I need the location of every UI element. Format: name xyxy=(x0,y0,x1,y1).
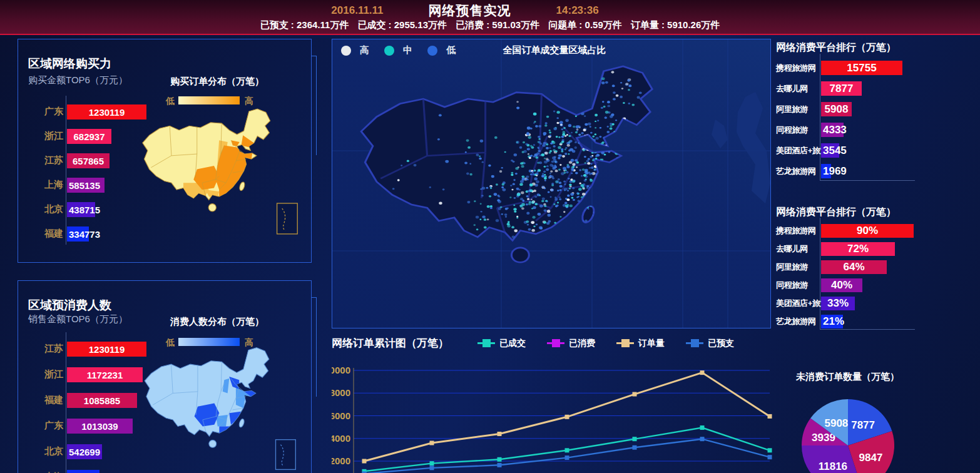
bar-segment: 657865 xyxy=(67,153,110,168)
bar-value: 334773 xyxy=(69,228,100,239)
pie-chart: 787798471181639395908 xyxy=(802,399,894,473)
legend-marker xyxy=(477,339,495,347)
bar-category-label: 江苏 xyxy=(27,343,63,355)
pie-slice-label: 9847 xyxy=(859,452,883,464)
legend-item-订单量[interactable]: 订单量 xyxy=(616,338,665,349)
bar-value: 438715 xyxy=(69,204,100,215)
panel-regional-preconsumers: 区域预消费人数 销售金额TOP6（万元） 江苏1230119浙江1172231福… xyxy=(18,280,312,473)
bar-value: 657865 xyxy=(73,155,104,166)
bar-category-label: 福建 xyxy=(27,228,63,240)
bar-segment: 1230119 xyxy=(67,104,146,120)
rank-percent-title: 网络消费平台排行（万笔） xyxy=(776,206,926,219)
bar-segment: 21% xyxy=(821,315,843,328)
bar-value: 4333 xyxy=(823,124,847,136)
legend-marker xyxy=(686,339,703,347)
bar-value: 90% xyxy=(857,225,878,237)
national-scatter-map xyxy=(332,39,770,328)
bar-category-label: 去哪儿网 xyxy=(776,83,817,94)
rank-volume-title: 网络消费平台排行（万笔） xyxy=(776,41,926,54)
page-title: 网络预售实况 xyxy=(429,2,511,19)
chart-subtitle: 购买金额TOP6（万元） xyxy=(28,74,128,86)
map-legend-title: 购买订单分布（万笔） xyxy=(161,76,273,88)
map-legend-title: 消费人数分布（万笔） xyxy=(161,316,273,328)
bar-value: 40% xyxy=(831,279,852,292)
bar-segment: 4333 xyxy=(821,123,844,137)
bar-category-label: 浙江 xyxy=(27,130,63,142)
series-point xyxy=(362,459,367,464)
legend-item-已成交[interactable]: 已成交 xyxy=(477,338,526,349)
line-chart-legend: 已成交已消费订单量已预支 xyxy=(477,338,734,349)
bar-category-label: 福建 xyxy=(27,394,63,406)
series-point xyxy=(700,437,705,441)
bar-row: 美团酒店+旅游3545 xyxy=(776,140,980,161)
bar-row: 同程旅游40% xyxy=(776,276,980,294)
bar-value: 682937 xyxy=(73,131,105,141)
bar-value: 72% xyxy=(847,243,869,255)
legend-item-已预支[interactable]: 已预支 xyxy=(686,338,734,349)
bar-row: 去哪儿网72% xyxy=(776,240,980,258)
line-chart-title: 网络订单累计图（万笔） xyxy=(332,336,449,350)
bar-category-label: 艺龙旅游网 xyxy=(776,166,817,177)
bar-row: 同程旅游4333 xyxy=(776,120,980,140)
header-stat: 已成交 : 2955.13万件 xyxy=(357,19,447,31)
bar-value: 542699 xyxy=(69,446,100,457)
bar-segment: 438715 xyxy=(67,202,95,217)
bar-category-label: 同程旅游 xyxy=(776,280,817,291)
series-point xyxy=(768,455,772,459)
legend-marker xyxy=(616,339,634,347)
bar-row: 艺龙旅游网21% xyxy=(776,312,980,330)
series-point xyxy=(498,457,502,462)
bar-value: 1969 xyxy=(823,165,847,178)
series-point xyxy=(700,425,705,430)
series-point xyxy=(768,414,772,419)
legend-label: 已消费 xyxy=(569,338,595,349)
bar-category-label: 上海 xyxy=(27,179,63,191)
legend-label: 已成交 xyxy=(499,338,526,349)
right-column: 网络消费平台排行（万笔） 携程旅游网15755去哪儿网7877阿里旅游5908同… xyxy=(776,39,980,473)
bar-value: 1230119 xyxy=(89,343,125,354)
china-landmass-group xyxy=(354,66,652,262)
header-stat: 已消费 : 591.03万件 xyxy=(456,19,539,31)
bar-segment: 1172231 xyxy=(67,367,143,382)
china-map-purchase-distribution xyxy=(141,103,311,242)
dashboard-root: { "header": { "date": "2016.11.11", "tit… xyxy=(0,0,980,473)
bar-value: 1013039 xyxy=(81,420,118,431)
bar-category-label: 北京 xyxy=(27,445,63,457)
series-point xyxy=(430,461,434,465)
bar-row: 艺龙旅游网1969 xyxy=(776,161,980,181)
bar-row: 携程旅游网90% xyxy=(776,221,980,240)
panel-corner-accent xyxy=(312,297,317,397)
bar-segment: 682937 xyxy=(67,129,111,144)
series-point xyxy=(565,455,569,460)
bar-segment: 5908 xyxy=(821,102,852,116)
header-title-row: 2016.11.11 网络预售实况 14:23:36 xyxy=(0,2,955,19)
header-date: 2016.11.11 xyxy=(331,4,383,17)
bar-value: 3545 xyxy=(823,145,847,157)
bar-row: 去哪儿网7877 xyxy=(776,78,980,99)
bar-category-label: 浙江 xyxy=(27,369,63,380)
bar-segment: 15755 xyxy=(821,61,902,75)
bar-segment: 90% xyxy=(821,224,914,238)
bar-category-label: 美团酒店+旅游 xyxy=(776,298,817,309)
bar-segment: 542699 xyxy=(67,444,102,459)
bar-row: 阿里旅游64% xyxy=(776,258,980,276)
bar-value: 585135 xyxy=(69,180,100,190)
bar-segment: 7877 xyxy=(821,81,862,96)
bar-value: 5908 xyxy=(825,103,849,116)
bar-value: 21% xyxy=(823,315,844,328)
series-point xyxy=(565,415,569,419)
header-stat: 订单量 : 5910.26万件 xyxy=(631,19,720,31)
line-chart-svg: 100008000600040002000 xyxy=(332,363,772,473)
bar-segment: 334773 xyxy=(67,226,89,242)
bar-value: 64% xyxy=(843,261,864,273)
bar-category-label: 携程旅游网 xyxy=(776,225,817,236)
bar-value: 15755 xyxy=(847,62,876,74)
pie-slice-label: 7877 xyxy=(851,419,875,431)
bar-segment: 1230119 xyxy=(67,342,146,357)
bar-baseline xyxy=(820,180,915,181)
header-stats: 已预支 : 2364.11万件已成交 : 2955.13万件已消费 : 591.… xyxy=(0,19,980,31)
legend-item-已消费[interactable]: 已消费 xyxy=(547,338,595,349)
bar-segment: 1969 xyxy=(821,164,831,178)
bar-segment: 40% xyxy=(821,278,862,292)
bar-category-label: 去哪儿网 xyxy=(776,243,817,255)
